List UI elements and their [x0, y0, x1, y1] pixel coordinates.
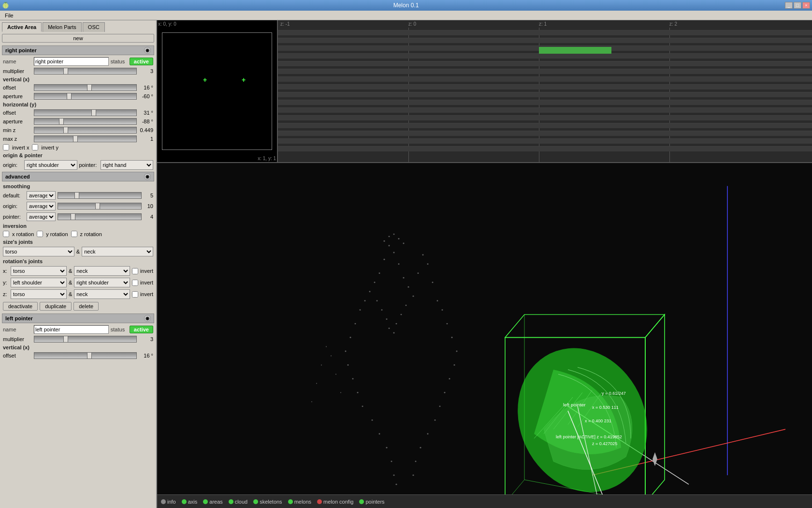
- ry-label: y:: [3, 280, 9, 285]
- svg-point-56: [403, 243, 405, 244]
- min-z-value: 0.449: [139, 127, 153, 133]
- minimize-button[interactable]: _: [785, 2, 793, 9]
- x-rotation-check[interactable]: [3, 231, 9, 237]
- status-item-2[interactable]: areas: [203, 499, 223, 505]
- origin-select[interactable]: torso right shoulder left shoulder neck: [24, 160, 77, 170]
- size-joint1-select[interactable]: torso neck left shoulder right shoulder: [3, 247, 74, 256]
- bar-row-4: [278, 60, 812, 67]
- smooth-default-slider[interactable]: [58, 192, 142, 199]
- ry-and: &: [69, 280, 72, 285]
- lp-name-input[interactable]: [34, 325, 109, 334]
- v-aperture-value: -60 °: [139, 93, 153, 99]
- svg-point-41: [372, 419, 373, 421]
- size-joint2-select[interactable]: neck torso left shoulder right shoulder: [82, 247, 153, 256]
- svg-point-18: [393, 332, 395, 334]
- rz-joint1-select[interactable]: torso neck left shoulder right shoulder: [11, 289, 67, 299]
- min-z-slider[interactable]: [34, 127, 137, 134]
- deactivate-button[interactable]: deactivate: [3, 302, 38, 311]
- max-z-label: max z: [3, 136, 32, 142]
- max-z-slider[interactable]: [34, 135, 137, 142]
- delete-button[interactable]: delete: [73, 302, 99, 311]
- duplicate-button[interactable]: duplicate: [40, 302, 72, 311]
- menu-file[interactable]: File: [2, 12, 16, 19]
- lp-multiplier-slider[interactable]: [34, 336, 137, 343]
- bar-row-14: [278, 137, 812, 144]
- smooth-origin-slider[interactable]: [58, 203, 142, 209]
- z-label-1: z: 1: [539, 21, 547, 27]
- rx-joint1-select[interactable]: torso neck left shoulder right shoulder: [11, 266, 67, 276]
- h-aperture-slider[interactable]: [34, 118, 137, 125]
- smooth-pointer-value: 4: [144, 214, 153, 220]
- svg-point-9: [369, 291, 371, 292]
- tab-melon-parts[interactable]: Melon Parts: [43, 22, 82, 32]
- left-pointer-collapse[interactable]: ◉: [144, 315, 151, 322]
- svg-point-14: [401, 314, 402, 315]
- status-item-4[interactable]: skeletons: [253, 499, 282, 505]
- status-item-3[interactable]: cloud: [229, 499, 247, 505]
- status-label-melons: melons: [294, 499, 311, 505]
- svg-point-27: [355, 323, 356, 325]
- rx-invert-label: invert: [140, 268, 153, 274]
- action-buttons: deactivate duplicate delete: [0, 300, 156, 313]
- ry-row: y: torso neck left shoulder right should…: [0, 277, 156, 288]
- origin-row: origin: torso right shoulder left should…: [0, 159, 156, 171]
- v-offset-slider[interactable]: [34, 84, 137, 91]
- lp-name-label: name: [3, 327, 32, 332]
- status-item-5[interactable]: melons: [288, 499, 311, 505]
- pointer-select[interactable]: right hand left hand torso: [101, 160, 154, 170]
- smooth-pointer-select[interactable]: average median none: [27, 212, 56, 221]
- ry-joint2-select[interactable]: torso neck left shoulder right shoulder: [74, 278, 130, 287]
- status-item-6[interactable]: melon config: [317, 499, 353, 505]
- horizontal-section-label: horizontal (y): [0, 101, 156, 108]
- name-input[interactable]: [34, 57, 109, 66]
- rz-row: z: torso neck left shoulder right should…: [0, 288, 156, 300]
- left-pointer-title: left pointer: [5, 315, 33, 321]
- y-rotation-check[interactable]: [37, 231, 43, 237]
- right-pointer-title: right pointer: [5, 47, 37, 53]
- lp-status-button[interactable]: active: [130, 326, 153, 333]
- sizes-joints-label: size's joints: [0, 238, 156, 246]
- invert-x-check[interactable]: [3, 144, 9, 150]
- lp-offset-label: offset: [3, 353, 32, 359]
- smooth-default-select[interactable]: average median none: [27, 191, 56, 200]
- right-pointer-collapse[interactable]: ◉: [144, 47, 151, 54]
- svg-point-2: [393, 252, 395, 254]
- status-button[interactable]: active: [130, 58, 153, 65]
- svg-point-21: [418, 272, 419, 274]
- svg-point-54: [398, 238, 400, 239]
- tab-osc[interactable]: OSC: [83, 22, 105, 32]
- v-aperture-slider[interactable]: [34, 93, 137, 100]
- ry-joint1-select[interactable]: torso neck left shoulder right shoulder: [11, 278, 67, 287]
- svg-point-59: [321, 365, 322, 366]
- bar-row-15: [278, 145, 812, 152]
- lp-offset-slider[interactable]: [34, 352, 137, 359]
- multiplier-slider[interactable]: [34, 68, 137, 75]
- rx-joint2-select[interactable]: neck torso left shoulder right shoulder: [74, 266, 130, 276]
- maximize-button[interactable]: □: [794, 2, 801, 9]
- ry-invert-check[interactable]: [132, 280, 138, 286]
- advanced-collapse[interactable]: ◉: [144, 173, 151, 180]
- z-rotation-check[interactable]: [71, 231, 77, 237]
- rz-joint2-select[interactable]: neck torso left shoulder right shoulder: [74, 289, 130, 299]
- smooth-pointer-slider[interactable]: [58, 213, 142, 220]
- h-offset-row: offset 31 °: [0, 108, 156, 117]
- tab-active-area[interactable]: Active Area: [2, 22, 42, 32]
- bar-row-13: [278, 130, 812, 136]
- h-offset-slider[interactable]: [34, 109, 137, 116]
- rz-label: z:: [3, 291, 9, 297]
- smooth-origin-label: origin:: [3, 203, 25, 209]
- smooth-origin-select[interactable]: average median none: [27, 202, 56, 210]
- lp-status-label: status: [111, 327, 128, 332]
- status-label-pointers: pointers: [365, 499, 384, 505]
- rz-invert-check[interactable]: [132, 291, 138, 298]
- status-item-1[interactable]: axis: [182, 499, 198, 505]
- top-viz: x: 0, y: 0 x: 1, y: 1 + + z: -1 z: 0 z: …: [157, 20, 812, 163]
- rx-invert-check[interactable]: [132, 268, 138, 274]
- status-label-melon-config: melon config: [323, 499, 353, 505]
- right-pointer-header: right pointer ◉: [2, 45, 154, 55]
- new-button[interactable]: new: [2, 34, 154, 43]
- pointer-label: pointer:: [79, 162, 99, 168]
- status-item-7[interactable]: pointers: [359, 499, 384, 505]
- close-button[interactable]: ×: [802, 2, 810, 9]
- invert-y-check[interactable]: [32, 144, 38, 150]
